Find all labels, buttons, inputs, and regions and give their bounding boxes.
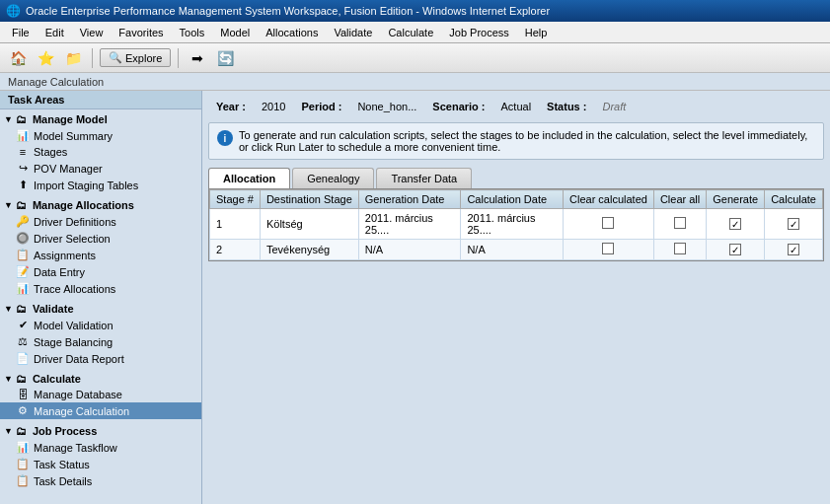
status-label: Status : (547, 101, 586, 112)
menu-validate[interactable]: Validate (326, 25, 380, 40)
col-clear-calc: Clear calculated (564, 190, 654, 209)
sidebar-item-manage-taskflow[interactable]: 📊 Manage Taskflow (0, 439, 201, 456)
data-entry-icon: 📝 (16, 265, 30, 278)
year-label: Year : (216, 101, 246, 112)
sidebar-group-manage-allocations[interactable]: ▼ 🗂 Manage Allocations (0, 197, 201, 213)
menu-favorites[interactable]: Favorites (111, 25, 171, 40)
sidebar-item-stages[interactable]: ≡ Stages (0, 144, 201, 160)
sidebar-item-stage-balancing[interactable]: ⚖ Stage Balancing (0, 333, 201, 350)
tab-genealogy[interactable]: Genealogy (292, 168, 374, 188)
title-bar: 🌐 Oracle Enterprise Performance Manageme… (0, 0, 830, 22)
checkbox-generate[interactable] (729, 218, 741, 230)
info-box: i To generate and run calculation script… (208, 122, 824, 160)
pov-manager-label: POV Manager (34, 163, 103, 175)
expand-icon-validate: ▼ (4, 304, 13, 314)
checkbox-generate[interactable] (729, 244, 741, 255)
expand-icon: ▼ (4, 114, 13, 124)
driver-definitions-label: Driver Definitions (34, 216, 116, 228)
sidebar-item-manage-calculation[interactable]: ⚙ Manage Calculation (0, 402, 201, 419)
title-text: Oracle Enterprise Performance Management… (26, 5, 550, 17)
sidebar-group-job-process[interactable]: ▼ 🗂 Job Process (0, 423, 201, 439)
sidebar-item-driver-definitions[interactable]: 🔑 Driver Definitions (0, 213, 201, 230)
menu-tools[interactable]: Tools (172, 25, 213, 40)
sidebar-item-assignments[interactable]: 📋 Assignments (0, 247, 201, 263)
sidebar-item-pov-manager[interactable]: ↪ POV Manager (0, 160, 201, 177)
sidebar-item-task-status[interactable]: 📋 Task Status (0, 456, 201, 472)
menu-job-process[interactable]: Job Process (441, 25, 517, 40)
menu-model[interactable]: Model (212, 25, 258, 40)
sidebar-group-validate[interactable]: ▼ 🗂 Validate (0, 301, 201, 317)
content-area: Year : 2010 Period : None_hon... Scenari… (202, 91, 830, 504)
sidebar-item-trace-allocations[interactable]: 📊 Trace Allocations (0, 280, 201, 297)
import-icon: ⬆ (16, 179, 30, 191)
cell-clear-calc[interactable] (564, 240, 654, 260)
trace-icon: 📊 (16, 282, 30, 295)
col-clear-all: Clear all (653, 190, 706, 209)
menu-edit[interactable]: Edit (38, 25, 72, 40)
cell-gen-date: 2011. március 25.... (358, 209, 461, 240)
checkbox-clear-all[interactable] (674, 243, 686, 254)
sidebar-group-manage-model[interactable]: ▼ 🗂 Manage Model (0, 111, 201, 127)
refresh-icon[interactable]: 🔄 (213, 46, 237, 70)
info-icon: i (217, 130, 233, 146)
cell-calculate[interactable] (765, 209, 823, 240)
stage-balancing-label: Stage Balancing (34, 336, 113, 348)
status-value: Draft (602, 101, 626, 112)
table-row: 1 Költség 2011. március 25.... 2011. már… (210, 209, 823, 240)
folder-icon-alloc: 🗂 (15, 199, 29, 211)
table-container: Stage # Destination Stage Generation Dat… (208, 188, 824, 261)
sidebar-item-model-summary[interactable]: 📊 Model Summary (0, 127, 201, 144)
tab-allocation[interactable]: Allocation (208, 168, 290, 188)
tree-group-calculate: ▼ 🗂 Calculate 🗄 Manage Database ⚙ Manage… (0, 369, 201, 421)
cell-generate[interactable] (707, 209, 765, 240)
sidebar-item-data-entry[interactable]: 📝 Data Entry (0, 263, 201, 280)
data-table: Stage # Destination Stage Generation Dat… (209, 189, 823, 260)
menu-view[interactable]: View (72, 25, 112, 40)
checkbox-clear-all[interactable] (674, 217, 686, 229)
cell-clear-all[interactable] (653, 209, 706, 240)
checkbox-clear-calc[interactable] (602, 217, 614, 229)
cell-calc-date: 2011. március 25.... (461, 209, 564, 240)
sidebar-item-model-validation[interactable]: ✔ Model Validation (0, 317, 201, 333)
sidebar-item-driver-data-report[interactable]: 📄 Driver Data Report (0, 350, 201, 367)
expand-icon-calc: ▼ (4, 374, 13, 384)
checkbox-calculate[interactable] (788, 244, 799, 255)
col-dest-stage: Destination Stage (260, 190, 358, 209)
expand-icon-alloc: ▼ (4, 200, 13, 210)
sidebar-item-import-staging[interactable]: ⬆ Import Staging Tables (0, 177, 201, 193)
group-label-calculate: Calculate (33, 373, 81, 385)
checkbox-calculate[interactable] (788, 218, 799, 230)
menu-calculate[interactable]: Calculate (380, 25, 441, 40)
home-icon[interactable]: 🏠 (6, 46, 30, 70)
sidebar-group-calculate[interactable]: ▼ 🗂 Calculate (0, 371, 201, 387)
sidebar-item-manage-database[interactable]: 🗄 Manage Database (0, 387, 201, 402)
cell-clear-calc[interactable] (564, 209, 654, 240)
sidebar-item-task-details[interactable]: 📋 Task Details (0, 472, 201, 489)
menu-allocations[interactable]: Allocations (258, 25, 326, 40)
group-label-job-process: Job Process (33, 425, 97, 437)
menu-file[interactable]: File (4, 25, 38, 40)
stages-icon: ≡ (16, 146, 30, 158)
model-val-icon: ✔ (16, 319, 30, 331)
col-calculate: Calculate (765, 190, 823, 209)
cell-clear-all[interactable] (653, 240, 706, 260)
cell-calculate[interactable] (765, 240, 823, 260)
explore-button[interactable]: 🔍 Explore (100, 48, 171, 67)
tab-transfer-data[interactable]: Transfer Data (376, 168, 472, 188)
toolbar: 🏠 ⭐ 📁 🔍 Explore ➡ 🔄 (0, 43, 830, 73)
breadcrumb: Manage Calculation (0, 73, 830, 91)
group-label-manage-model: Manage Model (33, 113, 108, 125)
manage-calculation-label: Manage Calculation (34, 405, 129, 417)
period-value: None_hon... (357, 101, 416, 112)
driver-sel-icon: 🔘 (16, 232, 30, 245)
manage-taskflow-label: Manage Taskflow (34, 442, 117, 454)
sidebar-item-driver-selection[interactable]: 🔘 Driver Selection (0, 230, 201, 247)
expand-icon-job: ▼ (4, 426, 13, 436)
cell-generate[interactable] (707, 240, 765, 260)
folder-icon[interactable]: 📁 (61, 46, 85, 70)
menu-help[interactable]: Help (517, 25, 556, 40)
favorites-icon[interactable]: ⭐ (34, 46, 57, 70)
checkbox-clear-calc[interactable] (602, 243, 614, 254)
cell-stage-num: 2 (210, 240, 261, 260)
nav-forward-icon[interactable]: ➡ (186, 46, 209, 70)
